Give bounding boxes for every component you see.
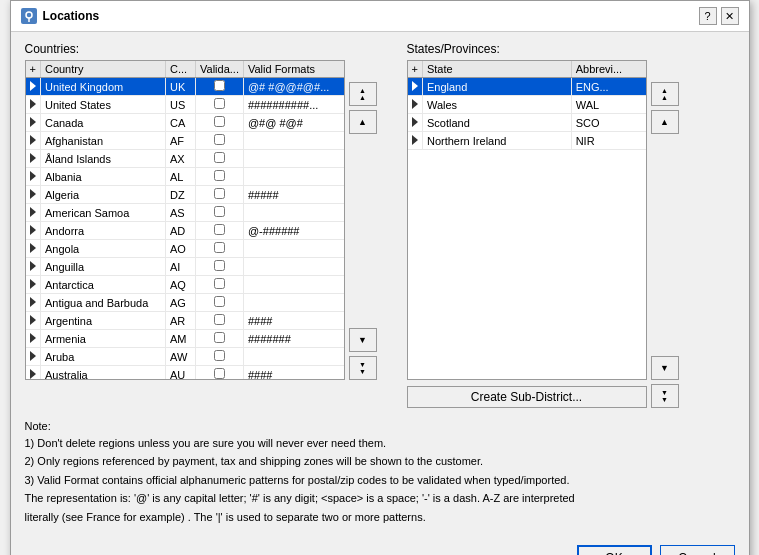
country-valid-checkbox[interactable] — [214, 314, 225, 325]
country-valid-checkbox[interactable] — [214, 152, 225, 163]
state-row[interactable]: WalesWAL — [408, 96, 646, 114]
row-expand-arrow[interactable] — [26, 222, 41, 240]
country-formats: @# #@@#@#... — [243, 78, 343, 96]
countries-move-top-button[interactable]: ▲▲ — [349, 82, 377, 106]
country-valid-checkbox[interactable] — [214, 368, 225, 379]
country-valid-checkbox[interactable] — [214, 278, 225, 289]
country-row[interactable]: AustraliaAU#### — [26, 366, 344, 381]
state-row[interactable]: Northern IrelandNIR — [408, 132, 646, 150]
countries-move-down-button[interactable]: ▼ — [349, 328, 377, 352]
country-row[interactable]: ArubaAW — [26, 348, 344, 366]
country-valid[interactable] — [196, 132, 244, 150]
country-valid[interactable] — [196, 204, 244, 222]
states-tbody: EnglandENG...WalesWALScotlandSCONorthern… — [408, 78, 646, 150]
states-move-up-button[interactable]: ▲ — [651, 110, 679, 134]
note-section: Note: 1) Don't delete regions unless you… — [25, 418, 735, 525]
country-row[interactable]: AndorraAD@-###### — [26, 222, 344, 240]
country-valid[interactable] — [196, 294, 244, 312]
country-valid-checkbox[interactable] — [214, 116, 225, 127]
state-row[interactable]: ScotlandSCO — [408, 114, 646, 132]
row-expand-arrow[interactable] — [26, 240, 41, 258]
country-valid-checkbox[interactable] — [214, 260, 225, 271]
country-valid-checkbox[interactable] — [214, 98, 225, 109]
country-row[interactable]: Åland IslandsAX — [26, 150, 344, 168]
row-expand-arrow[interactable] — [26, 312, 41, 330]
country-valid-checkbox[interactable] — [214, 188, 225, 199]
country-row[interactable]: United KingdomUK@# #@@#@#... — [26, 78, 344, 96]
country-valid-checkbox[interactable] — [214, 170, 225, 181]
country-valid-checkbox[interactable] — [214, 296, 225, 307]
country-row[interactable]: AntarcticaAQ — [26, 276, 344, 294]
country-valid-checkbox[interactable] — [214, 224, 225, 235]
countries-tbody: United KingdomUK@# #@@#@#...United State… — [26, 78, 344, 381]
row-expand-arrow[interactable] — [26, 366, 41, 381]
country-formats — [243, 204, 343, 222]
row-expand-arrow[interactable] — [26, 186, 41, 204]
country-formats: @#@ #@# — [243, 114, 343, 132]
country-row[interactable]: AnguillaAI — [26, 258, 344, 276]
country-row[interactable]: AfghanistanAF — [26, 132, 344, 150]
country-valid[interactable] — [196, 240, 244, 258]
country-row[interactable]: ArmeniaAM####### — [26, 330, 344, 348]
row-expand-arrow[interactable] — [26, 132, 41, 150]
country-row[interactable]: American SamoaAS — [26, 204, 344, 222]
country-valid[interactable] — [196, 114, 244, 132]
cancel-button[interactable]: Cancel — [660, 545, 735, 555]
countries-table-container[interactable]: + Country C... Valida... Valid Formats U… — [25, 60, 345, 380]
state-row[interactable]: EnglandENG... — [408, 78, 646, 96]
country-valid-checkbox[interactable] — [214, 350, 225, 361]
country-row[interactable]: AlgeriaDZ##### — [26, 186, 344, 204]
country-valid[interactable] — [196, 258, 244, 276]
help-button[interactable]: ? — [699, 7, 717, 25]
country-valid-checkbox[interactable] — [214, 80, 225, 91]
country-formats — [243, 150, 343, 168]
countries-move-bottom-button[interactable]: ▼▼ — [349, 356, 377, 380]
country-valid[interactable] — [196, 330, 244, 348]
country-row[interactable]: AlbaniaAL — [26, 168, 344, 186]
row-expand-arrow[interactable] — [26, 168, 41, 186]
country-valid-checkbox[interactable] — [214, 206, 225, 217]
row-expand-arrow[interactable] — [26, 348, 41, 366]
country-valid[interactable] — [196, 222, 244, 240]
states-move-down-button[interactable]: ▼ — [651, 356, 679, 380]
country-valid[interactable] — [196, 186, 244, 204]
states-move-top-button[interactable]: ▲▲ — [651, 82, 679, 106]
country-valid-checkbox[interactable] — [214, 332, 225, 343]
country-row[interactable]: CanadaCA@#@ #@# — [26, 114, 344, 132]
country-valid[interactable] — [196, 168, 244, 186]
row-expand-arrow[interactable] — [26, 150, 41, 168]
states-table-container[interactable]: + State Abbrevi... EnglandENG...WalesWAL… — [407, 60, 647, 380]
note-title: Note: — [25, 420, 51, 432]
row-expand-arrow[interactable] — [26, 114, 41, 132]
close-button[interactable]: ✕ — [721, 7, 739, 25]
country-row[interactable]: Antigua and BarbudaAG — [26, 294, 344, 312]
country-valid-checkbox[interactable] — [214, 134, 225, 145]
country-valid[interactable] — [196, 366, 244, 381]
row-expand-arrow[interactable] — [26, 330, 41, 348]
row-expand-arrow[interactable] — [26, 276, 41, 294]
row-expand-arrow[interactable] — [26, 78, 41, 96]
row-expand-arrow[interactable] — [26, 258, 41, 276]
country-valid[interactable] — [196, 150, 244, 168]
country-valid-checkbox[interactable] — [214, 242, 225, 253]
create-sub-district-button[interactable]: Create Sub-District... — [407, 386, 647, 408]
ok-button[interactable]: OK — [577, 545, 652, 555]
state-abbreviation: ENG... — [571, 78, 645, 96]
state-expand-arrow[interactable] — [408, 78, 423, 96]
country-valid[interactable] — [196, 276, 244, 294]
country-valid[interactable] — [196, 78, 244, 96]
state-expand-arrow[interactable] — [408, 132, 423, 150]
country-valid[interactable] — [196, 348, 244, 366]
row-expand-arrow[interactable] — [26, 204, 41, 222]
country-row[interactable]: AngolaAO — [26, 240, 344, 258]
country-row[interactable]: United StatesUS##########... — [26, 96, 344, 114]
row-expand-arrow[interactable] — [26, 96, 41, 114]
country-valid[interactable] — [196, 312, 244, 330]
state-expand-arrow[interactable] — [408, 96, 423, 114]
country-row[interactable]: ArgentinaAR#### — [26, 312, 344, 330]
country-valid[interactable] — [196, 96, 244, 114]
row-expand-arrow[interactable] — [26, 294, 41, 312]
states-move-bottom-button[interactable]: ▼▼ — [651, 384, 679, 408]
state-expand-arrow[interactable] — [408, 114, 423, 132]
countries-move-up-button[interactable]: ▲ — [349, 110, 377, 134]
